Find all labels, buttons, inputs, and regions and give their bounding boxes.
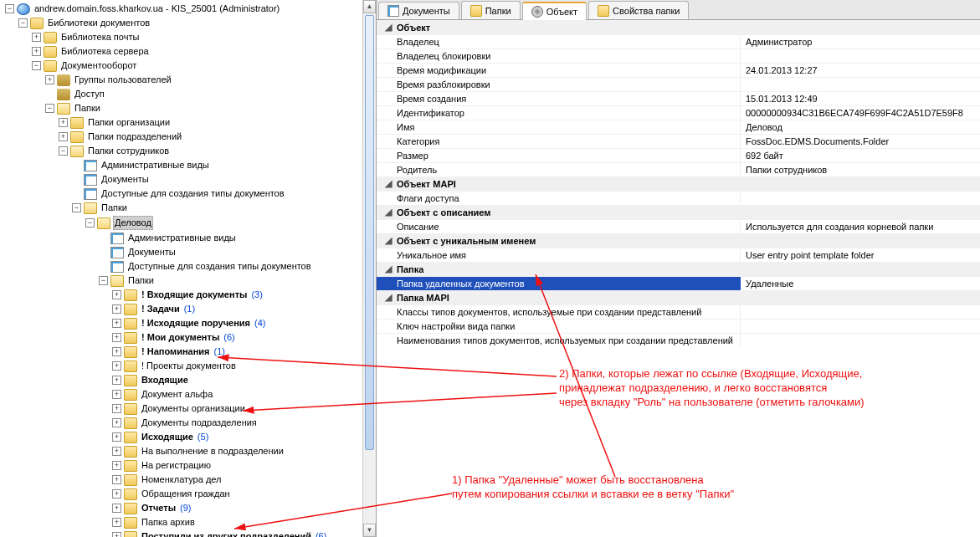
scroll-down-button[interactable]: ▼ [363, 524, 376, 537]
tree-item[interactable]: +Папка архив [110, 515, 376, 529]
tree-folders[interactable]: − Папки [44, 101, 376, 115]
prop-row[interactable]: Классы типов документов, используемые пр… [377, 304, 980, 319]
tree-item[interactable]: +Входящие [110, 373, 376, 387]
prop-value[interactable]: User entry point template folder [741, 248, 980, 262]
prop-category[interactable]: ◢Объект с уникальным именем [377, 233, 980, 248]
expand-toggle[interactable]: − [18, 18, 28, 28]
expand-toggle[interactable]: − [72, 203, 81, 212]
expand-toggle[interactable]: + [112, 404, 121, 413]
collapse-icon[interactable]: ◢ [383, 22, 393, 33]
prop-value[interactable]: Используется для создания корневой папки [741, 220, 980, 233]
scroll-thumb[interactable] [365, 15, 374, 450]
prop-category[interactable]: ◢Объект [377, 20, 980, 34]
prop-value[interactable]: Удаленные [741, 277, 980, 290]
expand-toggle[interactable]: + [59, 118, 68, 127]
scroll-up-button[interactable]: ▲ [363, 0, 376, 13]
expand-toggle[interactable]: + [32, 33, 41, 42]
tree-libmail[interactable]: + Библиотека почты [30, 30, 376, 44]
prop-value[interactable] [741, 192, 980, 205]
tab-folderprops[interactable]: Свойства папки [588, 1, 689, 19]
tree-item[interactable]: +! Входящие документы (3) [110, 288, 376, 302]
tree-availtypes[interactable]: Доступные для создания типы документов [70, 187, 376, 201]
prop-value[interactable]: 692 байт [741, 149, 980, 162]
collapse-icon[interactable]: ◢ [383, 263, 393, 274]
prop-value[interactable] [741, 334, 980, 347]
prop-value[interactable] [741, 305, 980, 319]
prop-category[interactable]: ◢Папка [377, 262, 980, 276]
expand-toggle[interactable]: + [112, 489, 121, 499]
prop-category[interactable]: ◢Папка MAPI [377, 290, 980, 304]
expand-toggle[interactable]: + [45, 75, 54, 84]
expand-toggle[interactable]: + [112, 432, 121, 442]
prop-category[interactable]: ◢Объект с описанием [377, 205, 980, 219]
tree-libdocs[interactable]: − Библиотеки документов [17, 16, 376, 30]
tree-edms[interactable]: − Документооборот [30, 59, 376, 73]
prop-value[interactable]: FossDoc.EDMS.Documents.Folder [741, 135, 980, 148]
prop-value[interactable]: Администратор [741, 35, 980, 49]
prop-row[interactable]: Наименования типов документов, используе… [377, 333, 980, 347]
tree-item[interactable]: +На регистрацию [110, 458, 376, 473]
tree-root-server[interactable]: − andrew.domain.foss.kharkov.ua - KIS_25… [3, 2, 376, 16]
prop-row[interactable]: Уникальное имяUser entry point template … [377, 248, 980, 262]
expand-toggle[interactable]: + [112, 504, 121, 513]
prop-value[interactable]: 24.01.2013 12:27 [741, 64, 980, 77]
prop-value[interactable]: Деловод [741, 120, 980, 134]
expand-toggle[interactable]: − [32, 61, 41, 70]
prop-row[interactable]: ОписаниеИспользуется для создания корнев… [377, 219, 980, 233]
tree-item[interactable]: +! Исходящие поручения (4) [110, 316, 376, 330]
expand-toggle[interactable]: + [112, 447, 121, 456]
prop-category[interactable]: ◢Объект MAPI [377, 176, 980, 191]
expand-toggle[interactable]: + [112, 347, 121, 356]
collapse-icon[interactable]: ◢ [383, 207, 393, 217]
tree-item[interactable]: +! Мои документы (6) [110, 330, 376, 345]
tree-item[interactable]: +! Задачи (1) [110, 302, 376, 316]
expand-toggle[interactable]: + [112, 390, 121, 399]
tree-item[interactable]: +Документы подразделения [110, 416, 376, 430]
prop-value[interactable] [741, 78, 980, 91]
tree-d-types[interactable]: Доступные для создания типы документов [97, 259, 376, 274]
expand-toggle[interactable]: + [112, 376, 121, 385]
tree-groups[interactable]: + Группы пользователей [44, 73, 376, 87]
prop-row[interactable]: ИмяДеловод [377, 120, 980, 134]
tree-libserver[interactable]: + Библиотека сервера [30, 44, 376, 59]
prop-row[interactable]: Ключ настройки вида папки [377, 319, 980, 333]
prop-row[interactable]: Владелец блокировки [377, 49, 980, 63]
expand-toggle[interactable]: + [112, 319, 121, 328]
expand-toggle[interactable]: − [45, 104, 54, 113]
prop-row[interactable]: КатегорияFossDoc.EDMS.Documents.Folder [377, 134, 980, 148]
tree-deptfolders[interactable]: + Папки подразделений [57, 130, 376, 144]
tree-d-adm[interactable]: Административные виды [97, 231, 376, 245]
prop-value[interactable]: 00000000934C31B6ECA749F699F4C2A51D7E59F8 [741, 106, 980, 120]
tree-delovod[interactable]: − Деловод [84, 215, 376, 231]
left-scrollbar[interactable]: ▲ ▼ [362, 0, 376, 537]
tree-item[interactable]: +! Проекты документов [110, 359, 376, 373]
tree-docs[interactable]: Документы [70, 172, 376, 187]
prop-value[interactable] [741, 320, 980, 333]
tree-d-folders[interactable]: − Папки [97, 274, 376, 288]
expand-toggle[interactable]: + [112, 518, 121, 527]
expand-toggle[interactable]: + [112, 304, 121, 314]
tab-folders[interactable]: Папки [461, 1, 521, 19]
prop-row[interactable]: Размер692 байт [377, 148, 980, 162]
tree-item[interactable]: +Отчеты (9) [110, 501, 376, 515]
tree-item[interactable]: +Обращения граждан [110, 487, 376, 501]
prop-row[interactable]: Время создания15.01.2013 12:49 [377, 91, 980, 105]
prop-row[interactable]: Идентификатор00000000934C31B6ECA749F699F… [377, 105, 980, 120]
expand-toggle[interactable]: + [112, 418, 121, 427]
expand-toggle[interactable]: + [112, 333, 121, 342]
collapse-icon[interactable]: ◢ [383, 178, 393, 189]
tree-empfolders[interactable]: − Папки сотрудников [57, 144, 376, 158]
expand-toggle[interactable]: + [112, 532, 121, 537]
collapse-icon[interactable]: ◢ [383, 235, 393, 246]
tree-admviews[interactable]: Административные виды [70, 158, 376, 172]
prop-row[interactable]: Время модификации24.01.2013 12:27 [377, 63, 980, 77]
tree-item[interactable]: +Документы организации [110, 401, 376, 416]
prop-row[interactable]: Флаги доступа [377, 191, 980, 205]
expand-toggle[interactable]: − [99, 276, 108, 285]
tree-access[interactable]: Доступ [44, 87, 376, 101]
tab-docs[interactable]: Документы [378, 2, 459, 19]
expand-toggle[interactable]: + [112, 461, 121, 470]
tree-item[interactable]: +Исходящие (5) [110, 430, 376, 444]
tree-item[interactable]: +! Напоминания (1) [110, 345, 376, 359]
tree-item[interactable]: +Поступили из других подразделений (6) [110, 529, 376, 537]
